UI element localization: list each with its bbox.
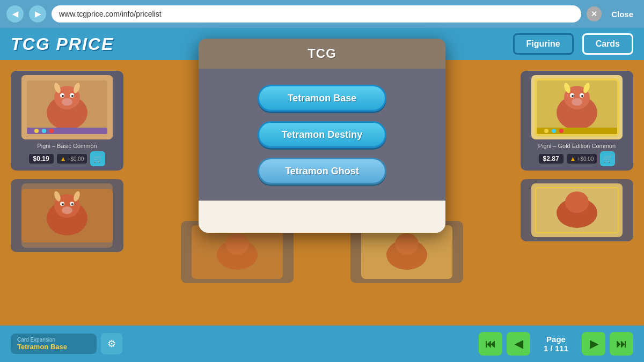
back-button[interactable]: ◀ — [6, 5, 24, 23]
modal-bottom — [199, 201, 445, 217]
url-text: www.tcgprice.com/info/pricelist — [59, 10, 162, 18]
modal-title-bar: TCG — [199, 39, 445, 69]
browser-bar: ◀ ▶ www.tcgprice.com/info/pricelist ✕ Cl… — [0, 0, 644, 28]
tetramon-destiny-button[interactable]: Tetramon Destiny — [258, 121, 386, 148]
close-label[interactable]: Close — [607, 10, 638, 19]
forward-button[interactable]: ▶ — [29, 5, 46, 23]
tetramon-base-button[interactable]: Tetramon Base — [258, 85, 386, 112]
modal-body: Tetramon Base Tetramon Destiny Tetramon … — [199, 69, 445, 201]
tcg-modal: TCG Tetramon Base Tetramon Destiny Tetra… — [199, 39, 445, 233]
close-x-button[interactable]: ✕ — [587, 6, 602, 21]
modal-title: TCG — [308, 46, 336, 61]
modal-overlay: TCG Tetramon Base Tetramon Destiny Tetra… — [0, 28, 644, 362]
app-area: TCG PRICE Figurine Cards — [0, 28, 644, 362]
tetramon-ghost-button[interactable]: Tetramon Ghost — [258, 158, 386, 184]
url-bar[interactable]: www.tcgprice.com/info/pricelist — [52, 5, 581, 23]
